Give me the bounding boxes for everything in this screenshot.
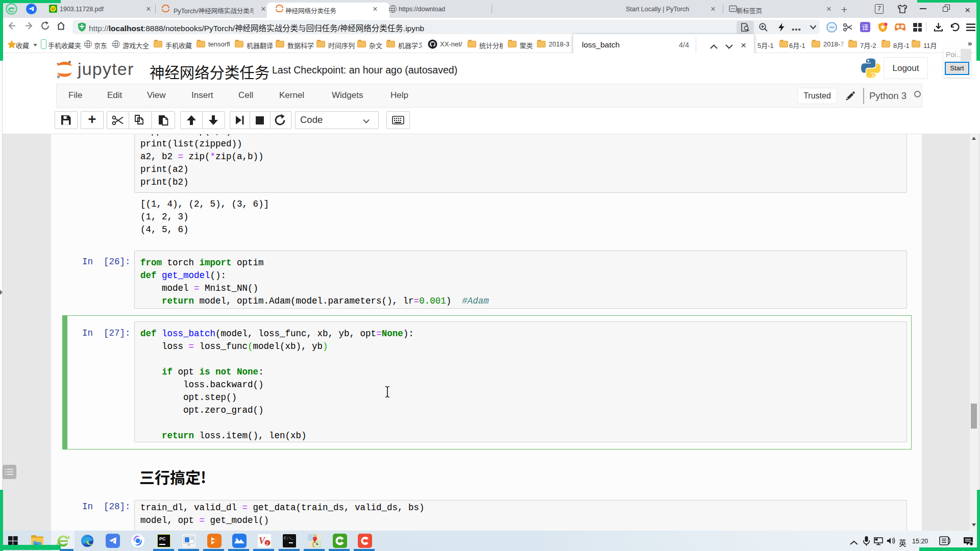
svg-text:V: V: [259, 536, 266, 546]
svg-text:C:\_: C:\_: [284, 536, 293, 540]
svg-text:2: 2: [266, 541, 268, 546]
svg-text:PC: PC: [159, 536, 166, 541]
